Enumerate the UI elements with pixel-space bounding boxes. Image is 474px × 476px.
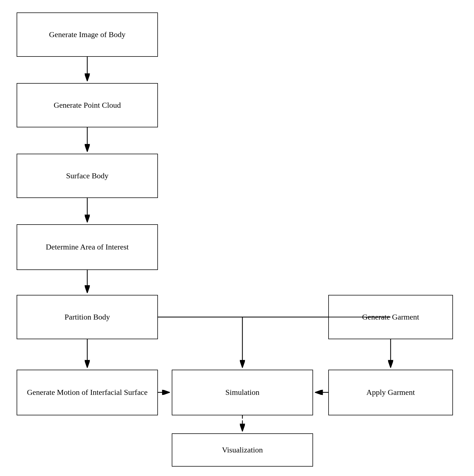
generate-point-cloud-label: Generate Point Cloud [54, 100, 121, 110]
apply-garment-box: Apply Garment [328, 370, 453, 415]
generate-motion-box: Generate Motion of Interfacial Surface [17, 370, 158, 415]
apply-garment-label: Apply Garment [367, 387, 415, 397]
generate-image-box: Generate Image of Body [17, 12, 158, 57]
generate-image-label: Generate Image of Body [49, 30, 125, 40]
surface-body-box: Surface Body [17, 154, 158, 198]
generate-point-cloud-box: Generate Point Cloud [17, 83, 158, 127]
determine-area-box: Determine Area of Interest [17, 224, 158, 270]
visualization-box: Visualization [172, 433, 313, 467]
visualization-label: Visualization [222, 445, 263, 455]
determine-area-label: Determine Area of Interest [46, 242, 129, 252]
simulation-label: Simulation [226, 387, 260, 397]
generate-motion-label: Generate Motion of Interfacial Surface [27, 387, 147, 397]
partition-body-label: Partition Body [65, 312, 110, 322]
simulation-box: Simulation [172, 370, 313, 415]
generate-garment-label: Generate Garment [362, 312, 419, 322]
generate-garment-box: Generate Garment [328, 295, 453, 339]
partition-body-box: Partition Body [17, 295, 158, 339]
surface-body-label: Surface Body [66, 171, 108, 181]
flowchart: Generate Image of Body Generate Point Cl… [0, 0, 474, 476]
